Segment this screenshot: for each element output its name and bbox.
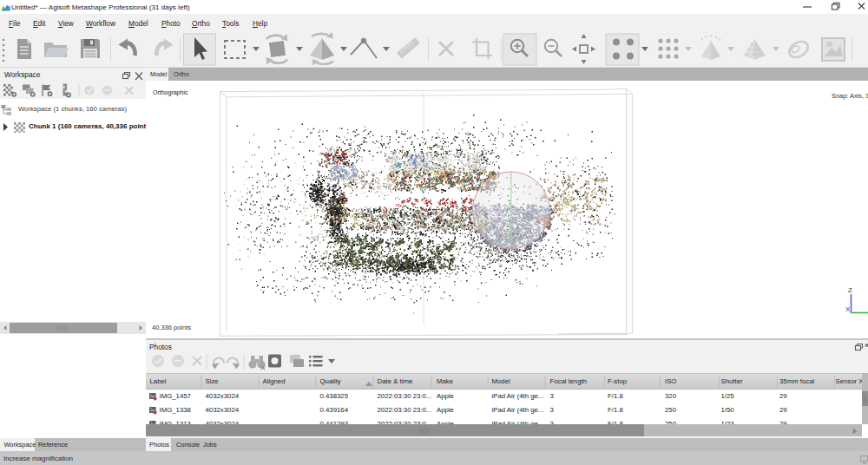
svg-text:Z: Z bbox=[848, 286, 852, 294]
svg-text:X: X bbox=[845, 305, 851, 313]
